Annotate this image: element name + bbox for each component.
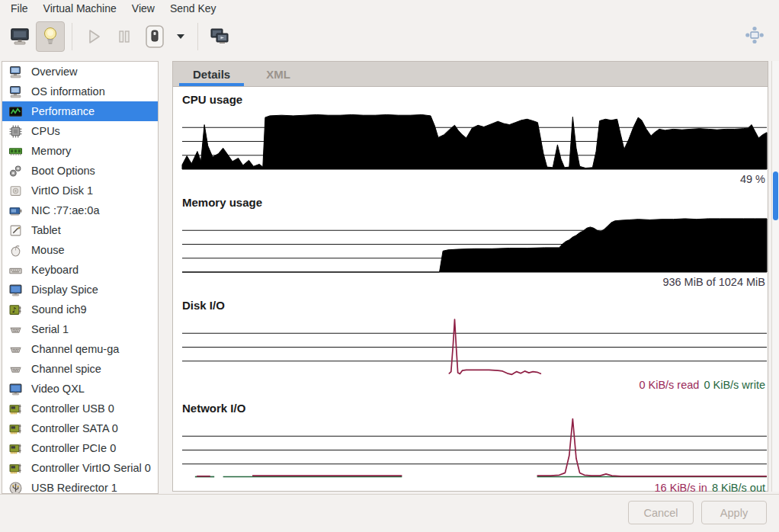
- vm-details-window: FileVirtual MachineViewSend Key: [0, 0, 779, 532]
- sidebar-item-video-qxl[interactable]: Video QXL: [2, 379, 158, 399]
- performance-icon: [9, 105, 23, 118]
- scrollbar-thumb[interactable]: [773, 171, 778, 220]
- sidebar-item-sound-ich9[interactable]: ♪Sound ich9: [2, 300, 158, 319]
- console-icon: [10, 27, 30, 46]
- sidebar-item-label: Serial 1: [31, 323, 69, 335]
- chart-canvas: [182, 114, 767, 169]
- sidebar-item-label: Display Spice: [31, 284, 98, 296]
- show-details-button[interactable]: [36, 21, 65, 52]
- controller-icon: [9, 442, 23, 455]
- nic-icon: [9, 204, 23, 217]
- tab-details[interactable]: Details: [177, 62, 246, 86]
- sidebar-item-label: Channel spice: [31, 363, 101, 375]
- pause-button[interactable]: [110, 21, 139, 52]
- menu-send-key[interactable]: Send Key: [162, 2, 224, 15]
- shutdown-menu-button[interactable]: [171, 21, 191, 52]
- memory-icon: [9, 145, 23, 158]
- display-icon: [9, 383, 23, 396]
- performance-panel: CPU usage49 %Memory usage936 MiB of 1024…: [173, 87, 768, 495]
- sidebar-item-controller-usb-0[interactable]: Controller USB 0: [2, 399, 158, 418]
- dual-display-icon: [210, 27, 229, 46]
- sidebar-item-memory[interactable]: Memory: [2, 141, 158, 161]
- cancel-button[interactable]: Cancel: [628, 501, 694, 524]
- chart-title: Network I/O: [182, 402, 767, 415]
- sidebar-item-boot-options[interactable]: Boot Options: [2, 161, 158, 181]
- sidebar-item-serial-1[interactable]: Serial 1: [2, 319, 158, 339]
- sidebar-item-label: USB Redirector 1: [31, 482, 117, 494]
- svg-text:♪: ♪: [11, 306, 16, 314]
- sidebar-item-virtio-disk-1[interactable]: VirtIO Disk 1: [2, 181, 158, 200]
- sidebar-item-label: Performance: [31, 105, 95, 117]
- sidebar-item-channel-spice[interactable]: Channel spice: [2, 359, 158, 379]
- sidebar-item-label: Tablet: [31, 224, 61, 236]
- sidebar-item-tablet[interactable]: Tablet: [2, 220, 158, 240]
- chart-memory-usage: Memory usage936 MiB of 1024 MiB: [182, 196, 767, 290]
- vertical-scrollbar[interactable]: [771, 61, 779, 492]
- usb-icon: [9, 482, 23, 495]
- tabstrip: DetailsXML: [173, 62, 768, 87]
- series-net-in: [537, 419, 767, 476]
- chart-canvas: [182, 216, 767, 272]
- sidebar-item-label: Boot Options: [31, 165, 95, 177]
- show-console-button[interactable]: [5, 21, 34, 52]
- run-button[interactable]: [79, 21, 108, 52]
- sidebar-item-label: NIC :77:ae:0a: [31, 204, 99, 216]
- fullscreen-button[interactable]: [740, 20, 769, 50]
- sidebar-item-label: CPUs: [31, 125, 60, 137]
- chart-canvas: [182, 319, 767, 375]
- chart-current-value: 49 %: [182, 173, 767, 187]
- menu-file[interactable]: File: [3, 2, 36, 15]
- sidebar-item-label: VirtIO Disk 1: [31, 184, 93, 197]
- chart-title: Memory usage: [182, 196, 767, 210]
- sidebar-item-label: Memory: [31, 145, 71, 157]
- menubar: FileVirtual MachineViewSend Key: [0, 0, 779, 17]
- hardware-list: OverviewOS informationPerformanceCPUsMem…: [2, 61, 159, 494]
- menu-virtual-machine[interactable]: Virtual Machine: [36, 2, 124, 15]
- shutdown-button[interactable]: [140, 21, 169, 52]
- details-notebook: DetailsXML CPU usage49 %Memory usage936 …: [172, 61, 768, 492]
- sidebar-item-usb-redirector-1[interactable]: USB Redirector 1: [2, 478, 158, 494]
- sidebar-item-overview[interactable]: Overview: [2, 62, 158, 82]
- sidebar-item-controller-sata-0[interactable]: Controller SATA 0: [2, 418, 158, 438]
- sidebar-item-label: Controller PCIe 0: [31, 442, 116, 454]
- toolbar-separator: [197, 23, 198, 50]
- sidebar-item-controller-virtio-serial-0[interactable]: Controller VirtIO Serial 0: [2, 458, 158, 478]
- tab-xml[interactable]: XML: [250, 62, 306, 86]
- keyboard-icon: [9, 264, 23, 277]
- sidebar-item-channel-qemu-ga[interactable]: Channel qemu-ga: [2, 339, 158, 359]
- sidebar-item-label: OS information: [31, 85, 105, 98]
- chart-cpu-usage: CPU usage49 %: [182, 93, 767, 187]
- controller-icon: [9, 402, 23, 415]
- chart-title: Disk I/O: [182, 299, 767, 312]
- sidebar-item-label: Controller SATA 0: [31, 422, 118, 434]
- computer-icon: [9, 85, 23, 98]
- sidebar-item-label: Channel qemu-ga: [31, 343, 119, 355]
- sidebar-item-controller-pcie-0[interactable]: Controller PCIe 0: [2, 438, 158, 458]
- apply-button[interactable]: Apply: [701, 501, 767, 524]
- sidebar-item-performance[interactable]: Performance: [2, 101, 158, 121]
- computer-icon: [9, 66, 23, 79]
- sidebar-item-mouse[interactable]: Mouse: [2, 240, 158, 260]
- chart-current-value: 0 KiB/s read0 KiB/s write: [182, 379, 767, 393]
- series-cpu-percent: [182, 115, 767, 170]
- gears-icon: [9, 165, 23, 178]
- manage-displays-button[interactable]: [205, 21, 234, 52]
- chart-network-i-o: Network I/O16 KiB/s in8 KiB/s out: [182, 402, 767, 495]
- sidebar-item-nic-77-ae-0a[interactable]: NIC :77:ae:0a: [2, 200, 158, 220]
- sidebar-item-cpus[interactable]: CPUs: [2, 121, 158, 141]
- sidebar-item-os-information[interactable]: OS information: [2, 82, 158, 101]
- controller-icon: [9, 422, 23, 435]
- serial-icon: [9, 343, 23, 356]
- caret-down-icon: [175, 33, 186, 40]
- lightbulb-icon: [41, 26, 59, 47]
- sidebar-item-label: Sound ich9: [31, 303, 87, 316]
- controller-icon: [9, 462, 23, 475]
- chart-canvas: [182, 422, 767, 478]
- sidebar-item-display-spice[interactable]: Display Spice: [2, 280, 158, 300]
- chart-disk-i-o: Disk I/O0 KiB/s read0 KiB/s write: [182, 299, 767, 393]
- serial-icon: [9, 323, 23, 336]
- sidebar-item-label: Keyboard: [31, 264, 79, 276]
- menu-view[interactable]: View: [124, 2, 162, 15]
- sidebar-item-label: Overview: [31, 66, 77, 78]
- sidebar-item-keyboard[interactable]: Keyboard: [2, 260, 158, 280]
